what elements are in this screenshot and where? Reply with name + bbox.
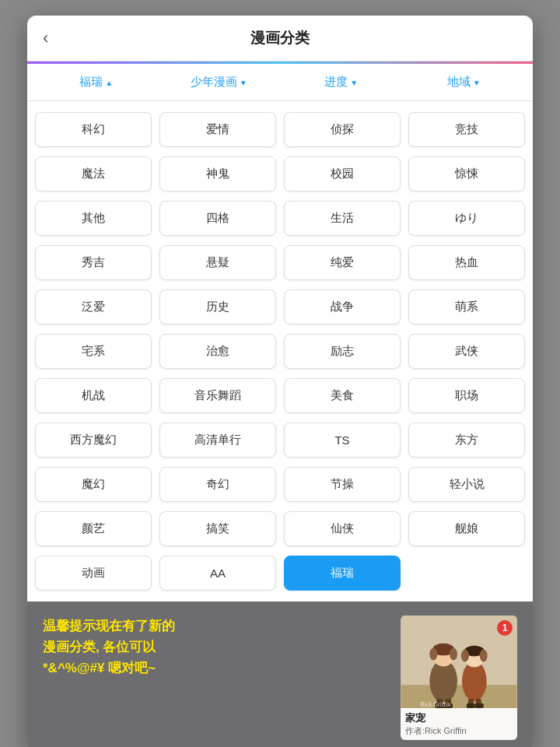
tab-furi-arrow: ▲	[105, 79, 113, 87]
tab-progress-label: 进度	[324, 75, 348, 89]
tag-btn-hot-blood[interactable]: 热血	[408, 245, 525, 280]
notice-book-cover[interactable]: Rick Griffin 家宠 作者:Rick Griffin 1	[401, 615, 517, 740]
svg-point-5	[429, 648, 437, 661]
tag-btn-yanyi[interactable]: 颜艺	[35, 511, 152, 546]
tag-btn-detective[interactable]: 侦探	[284, 112, 401, 147]
tag-btn-workplace[interactable]: 职场	[408, 378, 525, 413]
notice-text: 温馨提示现在有了新的漫画分类, 各位可以*&^%@#¥ 嗯对吧~	[43, 615, 390, 679]
svg-rect-1	[401, 685, 517, 708]
svg-point-6	[450, 648, 457, 661]
page-title: 漫画分类	[250, 28, 310, 48]
tag-btn-furui-sel[interactable]: 福瑞	[284, 556, 401, 591]
tag-btn-gods[interactable]: 神鬼	[159, 156, 276, 191]
tag-btn-yuri[interactable]: ゆり	[408, 201, 525, 236]
tag-btn-other[interactable]: 其他	[35, 201, 152, 236]
tag-btn-war[interactable]: 战争	[284, 289, 401, 324]
tag-btn-pan-love[interactable]: 泛爱	[35, 289, 152, 324]
header: ‹ 漫画分类	[27, 16, 533, 61]
tag-btn-music-dance[interactable]: 音乐舞蹈	[159, 378, 276, 413]
tag-btn-scifi[interactable]: 科幻	[35, 112, 152, 147]
tags-grid: 科幻爱情侦探竞技魔法神鬼校园惊悚其他四格生活ゆり秀吉悬疑纯爱热血泛爱历史战争萌系…	[35, 112, 525, 591]
tag-btn-western-fantasy[interactable]: 西方魔幻	[35, 423, 152, 458]
tag-btn-healing[interactable]: 治愈	[159, 334, 276, 369]
svg-point-11	[480, 650, 488, 662]
filter-bar: 福瑞 ▲ 少年漫画 ▼ 进度 ▼ 地域 ▼	[27, 64, 533, 101]
tag-btn-pure-love[interactable]: 纯爱	[284, 245, 401, 280]
tag-btn-funny[interactable]: 搞笑	[159, 511, 276, 546]
modal-container: ‹ 漫画分类 福瑞 ▲ 少年漫画 ▼ 进度 ▼ 地域 ▼ 科幻爱情侦探竞技魔法神…	[27, 16, 533, 747]
svg-text:Rick Griffin: Rick Griffin	[420, 701, 450, 708]
back-button[interactable]: ‹	[43, 28, 48, 48]
book-title: 家宠	[405, 711, 513, 725]
tag-btn-wuxia[interactable]: 武侠	[408, 334, 525, 369]
tag-btn-hd-single[interactable]: 高清单行	[159, 423, 276, 458]
tag-btn-east[interactable]: 东方	[408, 423, 525, 458]
tab-furi-label: 福瑞	[79, 75, 103, 89]
tab-shounen-arrow: ▼	[240, 79, 247, 87]
tag-btn-moe[interactable]: 萌系	[408, 289, 525, 324]
tab-region[interactable]: 地域 ▼	[403, 64, 526, 100]
tag-btn-campus[interactable]: 校园	[284, 156, 401, 191]
tag-btn-mystery[interactable]: 悬疑	[159, 245, 276, 280]
tag-btn-aa[interactable]: AA	[159, 556, 276, 591]
tag-btn-animation[interactable]: 动画	[35, 556, 152, 591]
tag-btn-mecha[interactable]: 机战	[35, 378, 152, 413]
tag-btn-life[interactable]: 生活	[284, 201, 401, 236]
tag-btn-light-novel[interactable]: 轻小说	[408, 467, 525, 502]
tab-shounen[interactable]: 少年漫画 ▼	[158, 64, 281, 100]
notice-banner: 温馨提示现在有了新的漫画分类, 各位可以*&^%@#¥ 嗯对吧~	[27, 601, 533, 747]
tag-btn-romance[interactable]: 爱情	[159, 112, 276, 147]
book-badge: 1	[497, 620, 513, 636]
tag-btn-otaku[interactable]: 宅系	[35, 334, 152, 369]
tag-btn-thriller[interactable]: 惊悚	[408, 156, 525, 191]
tab-shounen-label: 少年漫画	[191, 75, 237, 89]
tab-region-arrow: ▼	[473, 79, 481, 87]
tag-btn-jiecao[interactable]: 节操	[284, 467, 401, 502]
tag-btn-ts[interactable]: TS	[284, 423, 401, 458]
tag-btn-motivational[interactable]: 励志	[284, 334, 401, 369]
tab-progress[interactable]: 进度 ▼	[280, 64, 403, 100]
tag-btn-magic[interactable]: 魔法	[35, 156, 152, 191]
tag-btn-food[interactable]: 美食	[284, 378, 401, 413]
tag-btn-xiuji[interactable]: 秀吉	[35, 245, 152, 280]
tag-btn-shipiang[interactable]: 舰娘	[408, 511, 525, 546]
tag-btn-xianxia[interactable]: 仙侠	[284, 511, 401, 546]
tab-progress-arrow: ▼	[350, 79, 358, 87]
tag-btn-4koma[interactable]: 四格	[159, 201, 276, 236]
tag-btn-fantasy[interactable]: 奇幻	[159, 467, 276, 502]
tab-region-label: 地域	[447, 75, 471, 89]
svg-point-10	[461, 650, 469, 662]
tag-btn-history[interactable]: 历史	[159, 289, 276, 324]
book-info: 家宠 作者:Rick Griffin	[401, 708, 517, 740]
book-author: 作者:Rick Griffin	[405, 725, 513, 737]
tab-furi[interactable]: 福瑞 ▲	[35, 64, 158, 100]
tags-area: 科幻爱情侦探竞技魔法神鬼校园惊悚其他四格生活ゆり秀吉悬疑纯爱热血泛爱历史战争萌系…	[27, 101, 533, 601]
tag-btn-competition[interactable]: 竞技	[408, 112, 525, 147]
tag-btn-mhuan[interactable]: 魔幻	[35, 467, 152, 502]
